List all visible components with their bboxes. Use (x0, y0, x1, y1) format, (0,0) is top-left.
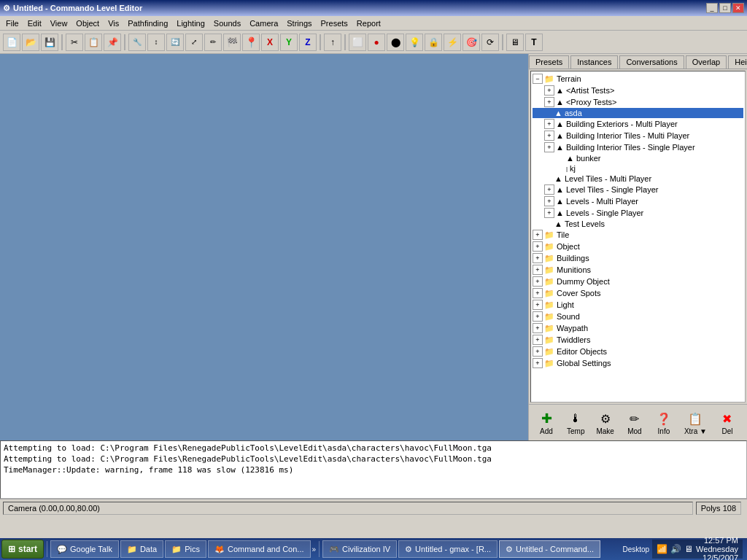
toolbar-paste[interactable]: 📌 (104, 34, 121, 51)
tree-item-asda[interactable]: ▲ asda (533, 108, 743, 118)
tree-item-terrain[interactable]: − 📁 Terrain (533, 73, 743, 85)
toolbar-flag[interactable]: 🏁 (223, 34, 241, 51)
tree-item-twiddlers[interactable]: + 📁 Twiddlers (533, 334, 743, 346)
tree-item-kj[interactable]: | kj (533, 163, 743, 174)
tree-item-building-int-single[interactable]: + ▲ Building Interior Tiles - Single Pla… (533, 141, 743, 153)
expand-levels-single[interactable]: + (544, 208, 554, 218)
tree-item-level-tiles-multi[interactable]: ▲ Level Tiles - Multi Player (533, 174, 743, 184)
taskbar-btn-google-talk[interactable]: 💬 Google Talk (50, 540, 119, 558)
tree-item-test-levels[interactable]: ▲ Test Levels (533, 219, 743, 229)
tree-item-editor-objects[interactable]: + 📁 Editor Objects (533, 346, 743, 357)
menu-edit[interactable]: Edit (23, 18, 46, 29)
toolbar-box[interactable]: ⬜ (349, 34, 366, 51)
toolbar-rotate[interactable]: 🔄 (166, 34, 184, 51)
expand-levels-multi[interactable]: + (544, 196, 554, 206)
expand-object[interactable]: + (533, 241, 543, 252)
menu-strings[interactable]: Strings (282, 18, 316, 29)
taskbar-btn-civilization[interactable]: 🎮 Civilization IV (322, 540, 397, 558)
menu-presets[interactable]: Presets (317, 18, 352, 29)
tree-item-proxy-tests[interactable]: + ▲ <Proxy Tests> (533, 96, 743, 108)
toolbar-text[interactable]: T (525, 34, 543, 51)
menu-report[interactable]: Report (352, 18, 385, 29)
desktop-button[interactable]: Desktop (622, 545, 649, 553)
menu-camera[interactable]: Camera (245, 18, 282, 29)
expand-editor-objects[interactable]: + (533, 346, 543, 357)
menu-lighting[interactable]: Lighting (172, 18, 209, 29)
expand-artist-tests[interactable]: + (544, 85, 554, 96)
toolbar-cylinder[interactable]: ⬤ (387, 34, 404, 51)
toolbar-move[interactable]: ↕ (147, 34, 165, 51)
tree-item-building-int-multi[interactable]: + ▲ Building Interior Tiles - Multi Play… (533, 130, 743, 141)
tree-item-sound[interactable]: + 📁 Sound (533, 311, 743, 322)
expand-dummy-object[interactable]: + (533, 276, 543, 287)
toolbar-loop[interactable]: ⟳ (481, 34, 499, 51)
minimize-button[interactable]: _ (706, 3, 718, 13)
menu-pathfinding[interactable]: Pathfinding (123, 18, 172, 29)
start-button[interactable]: ⊞ start (1, 540, 44, 559)
taskbar-more[interactable]: » (312, 545, 317, 553)
tree-item-tile[interactable]: + 📁 Tile (533, 229, 743, 241)
tab-conversations[interactable]: Conversations (619, 55, 684, 69)
viewport[interactable] (0, 54, 528, 440)
xtra-button[interactable]: 📋 Xtra ▼ (681, 408, 710, 437)
toolbar-screen[interactable]: 🖥 (506, 34, 524, 51)
toolbar-y[interactable]: Y (280, 34, 298, 51)
tree-item-levels-single[interactable]: + ▲ Levels - Single Player (533, 207, 743, 219)
menu-file[interactable]: File (1, 18, 23, 29)
expand-building-int-single[interactable]: + (544, 142, 554, 152)
toolbar-up[interactable]: ↑ (324, 34, 341, 51)
expand-building-ext-multi[interactable]: + (544, 119, 554, 129)
tree-item-cover-spots[interactable]: + 📁 Cover Spots (533, 287, 743, 299)
add-button[interactable]: ✚ Add (535, 408, 558, 437)
toolbar-cut[interactable]: ✂ (66, 34, 83, 51)
tree-item-light[interactable]: + 📁 Light (533, 299, 743, 311)
expand-twiddlers[interactable]: + (533, 335, 543, 345)
expand-waypath[interactable]: + (533, 323, 543, 333)
toolbar-select[interactable]: 🔧 (128, 34, 146, 51)
tree-item-level-tiles-single[interactable]: + ▲ Level Tiles - Single Player (533, 184, 743, 195)
tree-item-building-ext-multi[interactable]: + ▲ Building Exteriors - Multi Player (533, 118, 743, 130)
toolbar-target[interactable]: 🎯 (462, 34, 480, 51)
del-button[interactable]: ✖ Del (716, 408, 739, 437)
maximize-button[interactable]: □ (719, 3, 731, 13)
expand-global-settings[interactable]: + (533, 358, 543, 368)
expand-buildings[interactable]: + (533, 253, 543, 263)
expand-tile[interactable]: + (533, 230, 543, 240)
mod-button[interactable]: ✏ Mod (623, 408, 646, 437)
toolbar-light[interactable]: 💡 (406, 34, 423, 51)
expand-level-tiles-single[interactable]: + (544, 184, 554, 195)
expand-sound[interactable]: + (533, 311, 543, 322)
toolbar-pin[interactable]: 📍 (242, 34, 260, 51)
temp-button[interactable]: 🌡 Temp (564, 408, 587, 437)
close-button[interactable]: ✕ (732, 3, 744, 13)
taskbar-btn-command-con[interactable]: 🦊 Command and Con... (208, 540, 311, 558)
tab-heightfield[interactable]: Heightfield (728, 55, 747, 69)
tab-overlap[interactable]: Overlap (686, 55, 727, 69)
menu-view[interactable]: View (46, 18, 72, 29)
tree-item-munitions[interactable]: + 📁 Munitions (533, 264, 743, 276)
tree-item-dummy-object[interactable]: + 📁 Dummy Object (533, 276, 743, 287)
tree-item-levels-multi[interactable]: + ▲ Levels - Multi Player (533, 195, 743, 207)
tree-item-object[interactable]: + 📁 Object (533, 241, 743, 252)
info-button[interactable]: ❓ Info (652, 408, 676, 437)
expand-building-int-multi[interactable]: + (544, 131, 554, 141)
toolbar-sphere[interactable]: ● (368, 34, 385, 51)
toolbar-copy[interactable]: 📋 (85, 34, 102, 51)
tree-item-global-settings[interactable]: + 📁 Global Settings (533, 357, 743, 369)
toolbar-lightning[interactable]: ⚡ (444, 34, 461, 51)
tree-item-artist-tests[interactable]: + ▲ <Artist Tests> (533, 85, 743, 96)
expand-proxy-tests[interactable]: + (544, 97, 554, 107)
menu-sounds[interactable]: Sounds (209, 18, 245, 29)
taskbar-btn-gmax[interactable]: ⚙ Untitled - gmax - [R... (398, 540, 498, 558)
expand-cover-spots[interactable]: + (533, 288, 543, 298)
taskbar-btn-commando[interactable]: ⚙ Untitled - Command... (499, 540, 600, 558)
toolbar-paint[interactable]: ✏ (204, 34, 222, 51)
menu-object[interactable]: Object (71, 18, 104, 29)
expand-light[interactable]: + (533, 300, 543, 310)
toolbar-open[interactable]: 📂 (22, 34, 39, 51)
tab-instances[interactable]: Instances (570, 55, 618, 69)
toolbar-x[interactable]: X (261, 34, 279, 51)
taskbar-btn-data[interactable]: 📁 Data (120, 540, 163, 558)
toolbar-save[interactable]: 💾 (41, 34, 58, 51)
toolbar-z[interactable]: Z (299, 34, 317, 51)
